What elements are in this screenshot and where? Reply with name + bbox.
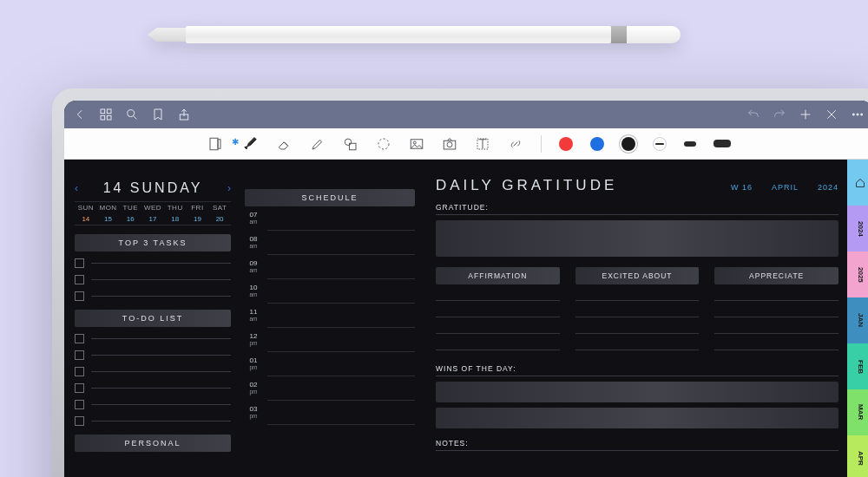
writing-line[interactable]: [575, 350, 700, 350]
side-tab[interactable]: APR: [847, 435, 868, 477]
year-tag[interactable]: 2024: [818, 183, 838, 192]
writing-line[interactable]: [575, 317, 700, 317]
camera-tool-icon[interactable]: [442, 136, 457, 152]
back-icon[interactable]: [73, 108, 87, 121]
screen: ✱: [64, 101, 868, 477]
grid-icon[interactable]: [99, 108, 113, 121]
svg-point-11: [345, 139, 352, 146]
pen-tool-icon[interactable]: [244, 136, 260, 152]
image-tool-icon[interactable]: [409, 136, 424, 152]
eraser-tool-icon[interactable]: [277, 136, 293, 152]
schedule-slot[interactable]: [267, 236, 415, 255]
todo-line[interactable]: [75, 383, 231, 393]
writing-line[interactable]: [714, 333, 838, 334]
wins-box[interactable]: [436, 408, 838, 428]
share-icon[interactable]: [177, 108, 191, 121]
undo-icon[interactable]: [746, 108, 760, 121]
color-black-selected[interactable]: [621, 137, 635, 151]
weekday-number[interactable]: 17: [141, 213, 164, 225]
redo-icon[interactable]: [773, 108, 786, 121]
task-line[interactable]: [75, 275, 231, 284]
writing-line[interactable]: [436, 300, 560, 301]
next-day-button[interactable]: ›: [227, 182, 231, 194]
schedule-row[interactable]: 09am: [245, 260, 415, 279]
schedule-slot[interactable]: [267, 406, 415, 425]
writing-line[interactable]: [436, 333, 560, 334]
schedule-slot[interactable]: [267, 309, 415, 328]
writing-line[interactable]: [575, 300, 700, 301]
writing-line[interactable]: [575, 333, 700, 334]
text-tool-icon[interactable]: [475, 136, 490, 152]
wins-box[interactable]: [436, 382, 838, 402]
writing-line[interactable]: [436, 317, 560, 317]
schedule-slot[interactable]: [267, 333, 415, 352]
task-line[interactable]: [75, 291, 231, 301]
hour-label: 11am: [245, 309, 262, 328]
weekday-name: FRI: [187, 202, 209, 213]
weekday-number[interactable]: 19: [187, 213, 209, 225]
side-tabs: 20242025JANFEBMARAPRMAY: [847, 160, 868, 477]
schedule-slot[interactable]: [267, 260, 415, 279]
color-blue[interactable]: [590, 137, 604, 151]
search-icon[interactable]: [125, 108, 139, 121]
schedule-slot[interactable]: [267, 382, 415, 401]
todo-line[interactable]: [75, 367, 231, 376]
add-icon[interactable]: [799, 108, 812, 121]
notebook-tool-icon[interactable]: [207, 136, 223, 152]
color-red[interactable]: [559, 137, 573, 151]
schedule-row[interactable]: 10am: [245, 284, 415, 304]
todo-line[interactable]: [75, 416, 231, 426]
todo-line[interactable]: [75, 350, 231, 360]
side-tab[interactable]: [847, 160, 868, 206]
lasso-tool-icon[interactable]: [376, 136, 391, 152]
schedule-list: 07am08am09am10am11am12pm01pm02pm03pm: [245, 212, 415, 425]
bookmark-icon[interactable]: [151, 108, 165, 121]
svg-rect-1: [107, 109, 111, 114]
side-tab[interactable]: 2025: [847, 252, 868, 297]
prev-day-button[interactable]: ‹: [75, 182, 78, 194]
schedule-row[interactable]: 03pm: [245, 406, 415, 425]
side-tab[interactable]: JAN: [847, 297, 868, 343]
schedule-slot[interactable]: [267, 357, 415, 376]
hour-label: 01pm: [245, 357, 262, 376]
month-tag[interactable]: APRIL: [772, 183, 799, 192]
writing-line[interactable]: [714, 350, 838, 350]
writing-line[interactable]: [436, 350, 560, 350]
schedule-row[interactable]: 11am: [245, 309, 415, 328]
pencil-band: [611, 26, 627, 43]
schedule-slot[interactable]: [267, 212, 415, 231]
more-icon[interactable]: [851, 108, 865, 121]
schedule-row[interactable]: 01pm: [245, 357, 415, 376]
hour-label: 08am: [245, 236, 262, 255]
weekday-number[interactable]: 14: [75, 213, 97, 225]
side-tab[interactable]: MAR: [847, 389, 868, 435]
gratitude-box[interactable]: [436, 220, 838, 257]
weekday-number[interactable]: 16: [119, 213, 141, 225]
side-tab[interactable]: FEB: [847, 343, 868, 389]
link-tool-icon[interactable]: [508, 136, 523, 152]
schedule-row[interactable]: 12pm: [245, 333, 415, 352]
todo-line[interactable]: [75, 400, 231, 409]
highlighter-tool-icon[interactable]: [310, 136, 326, 152]
schedule-row[interactable]: 08am: [245, 236, 415, 255]
gratitude-label: GRATITUDE:: [436, 203, 838, 215]
stroke-medium[interactable]: [684, 141, 696, 147]
weekday-number[interactable]: 18: [164, 213, 187, 225]
week-tag[interactable]: W 16: [731, 183, 753, 192]
pencil-tip: [148, 28, 186, 42]
weekday-number[interactable]: 15: [97, 213, 120, 225]
stroke-thin[interactable]: [653, 137, 667, 151]
writing-line[interactable]: [714, 317, 838, 317]
schedule-row[interactable]: 07am: [245, 212, 415, 231]
schedule-row[interactable]: 02pm: [245, 382, 415, 401]
stroke-thick[interactable]: [713, 140, 731, 147]
close-icon[interactable]: [825, 108, 838, 121]
todo-line[interactable]: [75, 334, 231, 343]
shapes-tool-icon[interactable]: [343, 136, 358, 152]
task-line[interactable]: [75, 258, 231, 268]
schedule-slot[interactable]: [267, 284, 415, 304]
drawing-toolbar: ✱: [64, 128, 868, 160]
side-tab[interactable]: 2024: [847, 206, 868, 252]
writing-line[interactable]: [714, 300, 838, 301]
weekday-number[interactable]: 20: [208, 213, 231, 225]
